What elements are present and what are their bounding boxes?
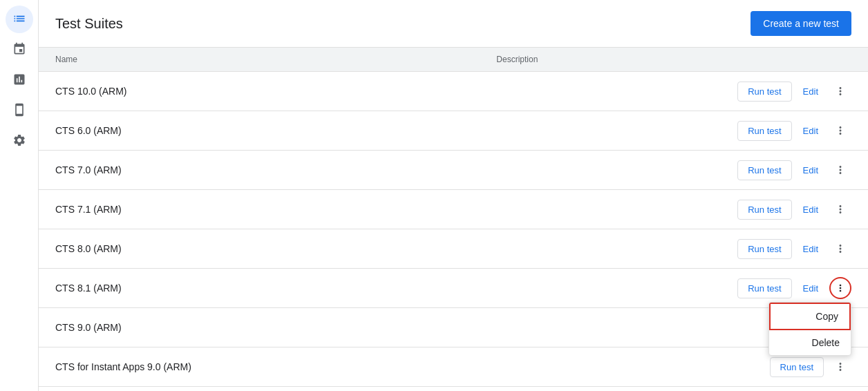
suite-name: CTS 7.1 (ARM) xyxy=(55,204,122,215)
dropdown-wrapper xyxy=(829,80,851,102)
actions-group: Run testEdit xyxy=(691,159,851,181)
run-test-button[interactable]: Run test xyxy=(770,357,824,377)
description-cell xyxy=(480,151,674,190)
run-test-button[interactable]: Run test xyxy=(737,239,791,259)
name-cell: CTS for Instant Apps 9.0 (ARM) xyxy=(39,347,480,387)
test-suites-table: Name Description CTS 10.0 (ARM)Run testE… xyxy=(39,48,868,391)
actions-group: Run testEdit xyxy=(691,80,851,102)
table-row: CTS for Instant Apps 9.0 (ARM)Run test xyxy=(39,347,868,387)
description-cell xyxy=(480,269,674,308)
description-cell xyxy=(480,72,674,111)
name-cell: CTS 10.0 (ARM) xyxy=(39,72,480,111)
more-options-button[interactable] xyxy=(829,159,851,181)
dropdown-wrapper xyxy=(829,238,851,260)
more-options-button[interactable] xyxy=(829,238,851,260)
more-options-button[interactable] xyxy=(829,80,851,102)
actions-group: Run testEdit xyxy=(691,198,851,220)
name-cell: CTS 6.0 (ARM) xyxy=(39,111,480,151)
sidebar xyxy=(0,0,39,391)
name-cell: CTS 9.0 (ARM) xyxy=(39,308,480,347)
edit-button[interactable]: Edit xyxy=(798,200,824,219)
sidebar-item-devices[interactable] xyxy=(6,97,33,124)
dropdown-wrapper xyxy=(829,120,851,142)
suite-name: CTS 8.0 (ARM) xyxy=(55,243,122,254)
description-cell xyxy=(480,111,674,151)
more-options-button[interactable] xyxy=(829,356,851,378)
table-header-row: Name Description xyxy=(39,48,868,72)
actions-cell: Run testEdit xyxy=(674,229,868,269)
page-header: Test Suites Create a new test xyxy=(39,0,868,48)
table-row: CTS 10.0 (ARM)Run testEdit xyxy=(39,72,868,111)
name-cell: CTS 8.0 (ARM) xyxy=(39,229,480,269)
dropdown-menu: CopyDelete xyxy=(768,302,851,356)
column-header-name: Name xyxy=(39,48,480,72)
name-cell: CTS 7.0 (ARM) xyxy=(39,151,480,190)
name-cell: CTS 7.1 (ARM) xyxy=(39,190,480,229)
dropdown-item-copy[interactable]: Copy xyxy=(769,303,851,330)
run-test-button[interactable]: Run test xyxy=(737,121,791,141)
main-content: Test Suites Create a new test Name Descr… xyxy=(39,0,868,391)
more-options-button[interactable] xyxy=(829,198,851,220)
dropdown-wrapper xyxy=(829,356,851,378)
column-header-description: Description xyxy=(480,48,674,72)
actions-group: Run testEdit xyxy=(691,120,851,142)
suite-name: CTS for Instant Apps 9.0 (ARM) xyxy=(55,361,191,372)
actions-group: Run testEditCopyDelete xyxy=(691,277,851,299)
table-row: CTS 7.0 (ARM)Run testEdit xyxy=(39,151,868,190)
actions-cell: Run testEditCopyDelete xyxy=(674,269,868,308)
run-test-button[interactable]: Run test xyxy=(737,160,791,180)
run-test-button[interactable]: Run test xyxy=(737,200,791,220)
description-cell xyxy=(480,190,674,229)
description-cell xyxy=(480,387,674,392)
name-cell: CTS 8.1 (ARM) xyxy=(39,269,480,308)
edit-button[interactable]: Edit xyxy=(798,122,824,140)
dropdown-wrapper xyxy=(829,198,851,220)
actions-cell: Run testEdit xyxy=(674,190,868,229)
more-options-button[interactable] xyxy=(829,277,851,299)
phone-icon xyxy=(12,103,26,119)
sidebar-item-list[interactable] xyxy=(6,6,33,33)
edit-button[interactable]: Edit xyxy=(798,161,824,180)
actions-cell: Run testEdit xyxy=(674,151,868,190)
table-row: CTS 9.0 (ARM)Run test xyxy=(39,308,868,347)
name-cell: CTS-on-GSI 9.0 (ARM) xyxy=(39,387,480,392)
description-cell xyxy=(480,308,674,347)
description-cell xyxy=(480,347,674,387)
suite-name: CTS 8.1 (ARM) xyxy=(55,283,122,294)
sidebar-item-calendar[interactable] xyxy=(6,36,33,64)
description-cell xyxy=(480,229,674,269)
page-title: Test Suites xyxy=(55,16,123,32)
dropdown-wrapper: CopyDelete xyxy=(829,277,851,299)
actions-group: Run testEdit xyxy=(691,238,851,260)
actions-cell: Run testEdit xyxy=(674,111,868,151)
create-new-test-button[interactable]: Create a new test xyxy=(751,11,851,36)
sidebar-item-analytics[interactable] xyxy=(6,66,33,94)
column-header-actions xyxy=(674,48,868,72)
actions-cell: Run testEdit xyxy=(674,387,868,392)
suite-name: CTS 7.0 (ARM) xyxy=(55,164,122,175)
edit-button[interactable]: Edit xyxy=(798,240,824,258)
table-row: CTS 7.1 (ARM)Run testEdit xyxy=(39,190,868,229)
table-row: CTS 8.1 (ARM)Run testEditCopyDelete xyxy=(39,269,868,308)
table-row: CTS 8.0 (ARM)Run testEdit xyxy=(39,229,868,269)
test-suites-table-container: Name Description CTS 10.0 (ARM)Run testE… xyxy=(39,48,868,391)
list-icon xyxy=(12,12,26,28)
edit-button[interactable]: Edit xyxy=(798,279,824,298)
sidebar-item-settings[interactable] xyxy=(6,127,33,155)
suite-name: CTS 9.0 (ARM) xyxy=(55,322,122,333)
run-test-button[interactable]: Run test xyxy=(737,82,791,102)
settings-icon xyxy=(12,133,26,149)
chart-icon xyxy=(12,73,26,88)
table-row: CTS 6.0 (ARM)Run testEdit xyxy=(39,111,868,151)
edit-button[interactable]: Edit xyxy=(798,82,824,101)
actions-group: Run test xyxy=(691,356,851,378)
calendar-icon xyxy=(12,42,26,58)
suite-name: CTS 10.0 (ARM) xyxy=(55,86,126,97)
dropdown-wrapper xyxy=(829,159,851,181)
table-row: CTS-on-GSI 9.0 (ARM)Run testEdit xyxy=(39,387,868,392)
run-test-button[interactable]: Run test xyxy=(737,278,791,298)
actions-cell: Run testEdit xyxy=(674,72,868,111)
suite-name: CTS 6.0 (ARM) xyxy=(55,125,122,136)
more-options-button[interactable] xyxy=(829,120,851,142)
dropdown-item-delete[interactable]: Delete xyxy=(769,330,851,355)
